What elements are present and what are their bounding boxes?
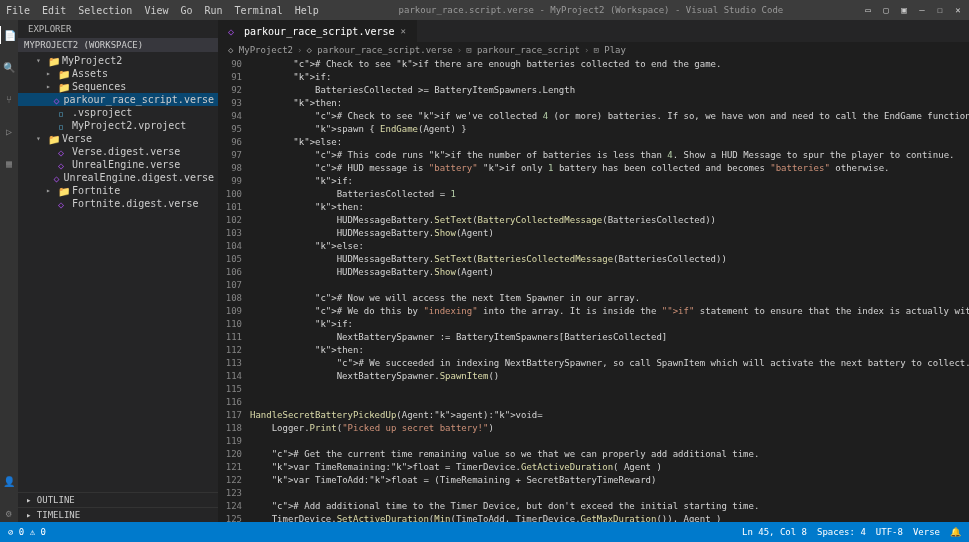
activity-bar: 📄 🔍 ⑂ ▷ ▦ 👤 ⚙ — [0, 20, 18, 522]
vs-icon: ◇ — [58, 199, 68, 209]
tree-item[interactable]: ▸📁Sequences — [18, 80, 218, 93]
file-icon: ▫ — [58, 108, 68, 118]
explorer-icon[interactable]: 📄 — [0, 26, 17, 44]
sidebar-header: EXPLORER — [18, 20, 218, 38]
menu-bar: FileEditSelectionViewGoRunTerminalHelp — [6, 5, 319, 16]
menu-go[interactable]: Go — [180, 5, 192, 16]
breadcrumb-item[interactable]: ◇ parkour_race_script.verse — [306, 45, 452, 55]
tree-label: MyProject2 — [62, 55, 122, 66]
tree-item[interactable]: ◇UnrealEngine.digest.verse — [18, 171, 218, 184]
window-control[interactable]: ▭ — [863, 5, 873, 15]
code-area[interactable]: 90 91 92 93 94 95 96 97 98 99 100 101 10… — [218, 58, 969, 522]
folder-icon: 📁 — [48, 56, 58, 66]
vs-icon: ◇ — [58, 160, 68, 170]
close-icon[interactable]: ✕ — [401, 26, 406, 36]
window-title: parkour_race.script.verse - MyProject2 (… — [319, 5, 863, 15]
tree-label: UnrealEngine.verse — [72, 159, 180, 170]
sidebar-bottom: ▸ OUTLINE▸ TIMELINE — [18, 492, 218, 522]
tree-item[interactable]: ◇parkour_race_script.verse — [18, 93, 218, 106]
tree-label: Fortnite.digest.verse — [72, 198, 198, 209]
source-control-icon[interactable]: ⑂ — [0, 90, 18, 108]
breadcrumb-item[interactable]: ◇ MyProject2 — [228, 45, 293, 55]
vs-icon: ◇ — [53, 173, 59, 183]
folder-icon: 📁 — [48, 134, 58, 144]
status-right: Ln 45, Col 8Spaces: 4UTF-8Verse🔔 — [742, 527, 961, 537]
extensions-icon[interactable]: ▦ — [0, 154, 18, 172]
run-debug-icon[interactable]: ▷ — [0, 122, 18, 140]
tree-label: parkour_race_script.verse — [63, 94, 214, 105]
status-item[interactable]: UTF-8 — [876, 527, 903, 537]
folder-icon: 📁 — [58, 82, 68, 92]
breadcrumb-item[interactable]: ⊡ Play — [593, 45, 626, 55]
status-item[interactable]: Verse — [913, 527, 940, 537]
window-control[interactable]: ✕ — [953, 5, 963, 15]
breadcrumb-item[interactable]: ⊡ parkour_race_script — [466, 45, 580, 55]
status-bar: ⊘ 0 ⚠ 0 Ln 45, Col 8Spaces: 4UTF-8Verse🔔 — [0, 522, 969, 542]
menu-edit[interactable]: Edit — [42, 5, 66, 16]
vs-icon: ◇ — [228, 26, 238, 36]
editor: ◇parkour_race_script.verse✕ ◇ MyProject2… — [218, 20, 969, 522]
window-control[interactable]: ☐ — [935, 5, 945, 15]
window-control[interactable]: ▣ — [899, 5, 909, 15]
sidebar: EXPLORER MYPROJECT2 (WORKSPACE) ▾📁MyProj… — [18, 20, 218, 522]
tree-item[interactable]: ▾📁MyProject2 — [18, 54, 218, 67]
tree-item[interactable]: ▸📁Assets — [18, 67, 218, 80]
menu-terminal[interactable]: Terminal — [235, 5, 283, 16]
tree-label: Assets — [72, 68, 108, 79]
status-item[interactable]: 🔔 — [950, 527, 961, 537]
sidebar-timeline[interactable]: ▸ TIMELINE — [18, 507, 218, 522]
status-item[interactable]: Ln 45, Col 8 — [742, 527, 807, 537]
settings-icon[interactable]: ⚙ — [0, 504, 18, 522]
tree-item[interactable]: ◇Verse.digest.verse — [18, 145, 218, 158]
tree-label: Verse.digest.verse — [72, 146, 180, 157]
folder-icon: 📁 — [58, 69, 68, 79]
sidebar-section[interactable]: MYPROJECT2 (WORKSPACE) — [18, 38, 218, 52]
status-left[interactable]: ⊘ 0 ⚠ 0 — [8, 527, 46, 537]
tree-label: .vsproject — [72, 107, 132, 118]
tree-item[interactable]: ◇UnrealEngine.verse — [18, 158, 218, 171]
window-controls: ▭▢▣—☐✕ — [863, 5, 963, 15]
tree-label: UnrealEngine.digest.verse — [63, 172, 214, 183]
breadcrumb[interactable]: ◇ MyProject2›◇ parkour_race_script.verse… — [218, 42, 969, 58]
accounts-icon[interactable]: 👤 — [0, 472, 18, 490]
line-gutter: 90 91 92 93 94 95 96 97 98 99 100 101 10… — [218, 58, 250, 522]
tree-item[interactable]: ▸📁Fortnite — [18, 184, 218, 197]
window-control[interactable]: ▢ — [881, 5, 891, 15]
tree-item[interactable]: ▫MyProject2.vproject — [18, 119, 218, 132]
window-control[interactable]: — — [917, 5, 927, 15]
status-item[interactable]: Spaces: 4 — [817, 527, 866, 537]
tab-label: parkour_race_script.verse — [244, 26, 395, 37]
vs-icon: ◇ — [58, 147, 68, 157]
file-icon: ▫ — [58, 121, 68, 131]
tree-label: MyProject2.vproject — [72, 120, 186, 131]
tree-label: Verse — [62, 133, 92, 144]
menu-run[interactable]: Run — [205, 5, 223, 16]
vs-icon: ◇ — [53, 95, 59, 105]
tree-item[interactable]: ▾📁Verse — [18, 132, 218, 145]
menu-help[interactable]: Help — [295, 5, 319, 16]
file-tree: ▾📁MyProject2▸📁Assets▸📁Sequences◇parkour_… — [18, 52, 218, 492]
code-content[interactable]: "c"># Check to see "k">if there are enou… — [250, 58, 969, 522]
editor-tab[interactable]: ◇parkour_race_script.verse✕ — [218, 20, 417, 42]
menu-selection[interactable]: Selection — [78, 5, 132, 16]
search-icon[interactable]: 🔍 — [0, 58, 18, 76]
tree-label: Fortnite — [72, 185, 120, 196]
tree-label: Sequences — [72, 81, 126, 92]
folder-icon: 📁 — [58, 186, 68, 196]
sidebar-outline[interactable]: ▸ OUTLINE — [18, 492, 218, 507]
tree-item[interactable]: ▫.vsproject — [18, 106, 218, 119]
editor-tabs: ◇parkour_race_script.verse✕ — [218, 20, 969, 42]
tree-item[interactable]: ◇Fortnite.digest.verse — [18, 197, 218, 210]
menu-view[interactable]: View — [144, 5, 168, 16]
title-bar: FileEditSelectionViewGoRunTerminalHelp p… — [0, 0, 969, 20]
menu-file[interactable]: File — [6, 5, 30, 16]
